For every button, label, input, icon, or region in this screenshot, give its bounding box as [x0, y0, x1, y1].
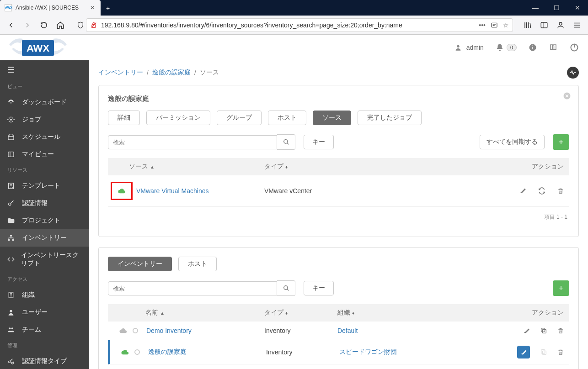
svg-rect-19 — [10, 235, 12, 236]
col-source[interactable]: ソース▲ — [113, 163, 264, 171]
col-type[interactable]: タイプ♦ — [264, 163, 347, 171]
tab-sources[interactable]: ソース — [313, 111, 351, 125]
docs-icon[interactable] — [549, 43, 558, 52]
sidebar-item-templates[interactable]: テンプレート — [0, 177, 89, 195]
panel-close-icon[interactable] — [563, 92, 571, 100]
sort-asc-icon: ▲ — [160, 311, 165, 316]
home-button[interactable] — [53, 18, 68, 32]
search-input[interactable] — [108, 135, 277, 149]
browser-toolbar: 192.168.9.80/#/inventories/inventory/6/i… — [0, 16, 588, 35]
awx-logo[interactable]: AWX — [0, 35, 89, 60]
sidebar-item-organizations[interactable]: 組織 — [0, 286, 89, 304]
sidebar-item-jobs[interactable]: ジョブ — [0, 111, 89, 128]
reload-button[interactable] — [37, 18, 51, 32]
sidebar-label: ダッシュボード — [22, 98, 67, 106]
edit-icon[interactable] — [519, 187, 526, 195]
sidebar-item-myview[interactable]: マイビュー — [0, 146, 89, 163]
search-button[interactable] — [277, 134, 295, 150]
svg-point-7 — [457, 45, 459, 47]
sync-icon[interactable] — [538, 187, 545, 195]
sidebar-label: テンプレート — [22, 182, 60, 190]
breadcrumb-inventory-name[interactable]: 逸般の誤家庭 — [152, 69, 191, 77]
search-button-2[interactable] — [277, 280, 295, 296]
breadcrumb-inventories[interactable]: インベントリー — [98, 69, 143, 77]
sidebar-item-users[interactable]: ユーザー — [0, 304, 89, 321]
browser-tab[interactable]: AWX Ansible AWX | SOURCES ✕ — [0, 0, 101, 16]
radio-indicator[interactable] — [134, 349, 140, 355]
edit-icon[interactable] — [523, 327, 530, 334]
sidebar-item-credential-types[interactable]: 認証情報タイプ — [0, 353, 89, 369]
current-user[interactable]: admin — [454, 44, 484, 51]
activity-stream-icon[interactable] — [567, 67, 579, 79]
key-button-2[interactable]: キー — [304, 281, 334, 295]
highlight-box — [111, 182, 133, 200]
back-button[interactable] — [4, 18, 18, 32]
breadcrumb-current: ソース — [200, 69, 219, 77]
radio-indicator[interactable] — [133, 328, 138, 333]
tab-inventories[interactable]: インベントリー — [108, 257, 172, 271]
new-tab-button[interactable]: + — [101, 1, 115, 16]
code-icon — [7, 256, 15, 263]
cloud-icon[interactable] — [121, 349, 129, 355]
organization-link[interactable]: スピードワゴン財団 — [339, 348, 397, 355]
inventory-type: Inventory — [266, 348, 339, 356]
tab-hosts[interactable]: ホスト — [268, 111, 306, 125]
url-bar[interactable]: 192.168.9.80/#/inventories/inventory/6/i… — [86, 18, 513, 32]
sidebar-item-schedules[interactable]: スケジュール — [0, 128, 89, 146]
more-icon[interactable]: ••• — [479, 21, 486, 29]
panel-tabs: 詳細 パーミッション グループ ホスト ソース 完了したジョブ — [108, 111, 569, 125]
svg-point-18 — [9, 203, 11, 205]
hamburger-icon[interactable]: ☰ — [0, 60, 89, 79]
tab-permissions[interactable]: パーミッション — [146, 111, 210, 125]
sidebar-label: マイビュー — [22, 150, 54, 158]
add-button[interactable]: + — [553, 134, 569, 150]
sidebar-item-projects[interactable]: プロジェクト — [0, 212, 89, 229]
search-input-2[interactable] — [108, 281, 277, 295]
inventory-link[interactable]: Demo Inventory — [146, 327, 192, 334]
shield-icon[interactable] — [75, 20, 86, 31]
cloud-icon[interactable] — [118, 188, 126, 194]
sidebar-item-dashboard[interactable]: ダッシュボード — [0, 94, 89, 111]
sidebar-icon[interactable] — [537, 18, 551, 32]
key-button[interactable]: キー — [304, 135, 334, 149]
tab-close-icon[interactable]: ✕ — [89, 4, 96, 11]
minimize-button[interactable]: — — [525, 0, 546, 16]
delete-icon[interactable] — [557, 348, 564, 356]
sidebar-item-credentials[interactable]: 認証情報 — [0, 195, 89, 212]
delete-icon[interactable] — [557, 187, 564, 195]
library-icon[interactable] — [520, 18, 535, 32]
info-icon[interactable] — [529, 43, 537, 52]
maximize-button[interactable]: ☐ — [546, 0, 567, 16]
svg-rect-34 — [541, 350, 545, 353]
edit-icon[interactable] — [517, 346, 530, 358]
cloud-icon[interactable] — [119, 327, 127, 334]
sidebar-item-inventory-scripts[interactable]: インベントリースクリプト — [0, 247, 89, 272]
menu-icon[interactable] — [570, 18, 584, 32]
sidebar-item-teams[interactable]: チーム — [0, 321, 89, 338]
col-org[interactable]: 組織♦ — [337, 309, 429, 317]
notifications-button[interactable]: 0 — [496, 43, 517, 52]
tab-hosts2[interactable]: ホスト — [178, 257, 217, 271]
tab-groups[interactable]: グループ — [217, 111, 262, 125]
delete-icon[interactable] — [557, 327, 564, 334]
account-icon[interactable] — [553, 18, 568, 32]
tab-completed-jobs[interactable]: 完了したジョブ — [358, 111, 422, 125]
sort-icon: ♦ — [285, 164, 288, 169]
sidebar-label: ジョブ — [22, 116, 41, 124]
bookmark-star-icon[interactable]: ☆ — [503, 21, 509, 29]
logout-icon[interactable] — [570, 43, 579, 52]
tab-details[interactable]: 詳細 — [108, 111, 140, 125]
close-button[interactable]: ✕ — [567, 0, 588, 16]
source-link[interactable]: VMware Virtual Machines — [136, 187, 208, 195]
sync-all-button[interactable]: すべてを同期する — [480, 135, 545, 149]
add-button-2[interactable]: + — [553, 280, 569, 296]
forward-button[interactable] — [20, 18, 35, 32]
inventory-link[interactable]: 逸般の誤家庭 — [148, 348, 187, 355]
col-name[interactable]: 名前▲ — [113, 309, 264, 317]
section-label-manage: 管理 — [0, 338, 89, 353]
sidebar-item-inventories[interactable]: インベントリー — [0, 229, 89, 247]
col-type2[interactable]: タイプ♦ — [264, 309, 337, 317]
reader-icon[interactable] — [490, 21, 498, 29]
copy-icon[interactable] — [540, 327, 547, 334]
organization-link[interactable]: Default — [337, 327, 358, 334]
